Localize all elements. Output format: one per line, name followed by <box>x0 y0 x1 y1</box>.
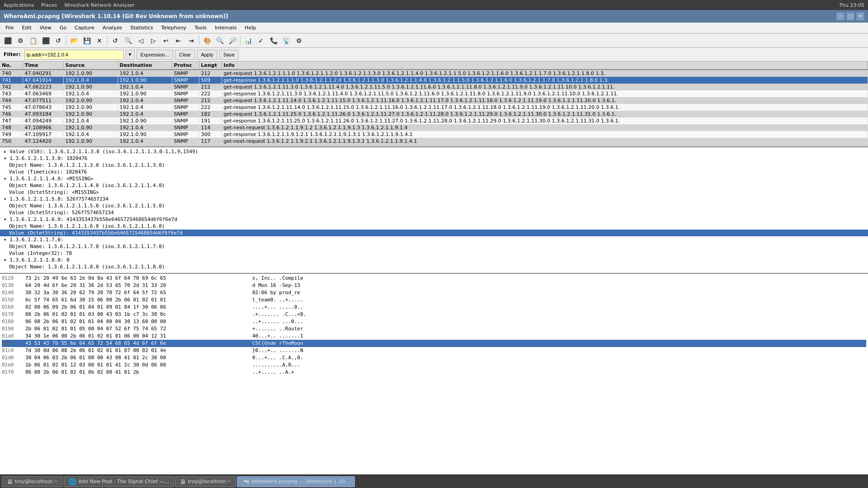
toolbar-stop-btn[interactable]: ⬛ <box>40 35 52 47</box>
hex-row[interactable]: 01902b 06 01 02 01 01 05 00 04 07 52 6f … <box>2 325 866 333</box>
hex-row[interactable]: 01b043 53 43 7b 55 6e 64 65 72 54 68 65 … <box>2 340 866 347</box>
table-row[interactable]: 747 47.094249 192.1.0.4 192.1.0.90 SNMP … <box>0 117 868 124</box>
menu-tools[interactable]: Tools <box>191 24 210 32</box>
packet-list[interactable]: No. Time Source Destination Protoc Lengt… <box>0 61 868 147</box>
taskbar-item-0[interactable]: 🖥 troy@localhost:~ <box>2 476 63 487</box>
clear-button[interactable]: Clear <box>175 50 195 60</box>
toolbar-zoom-in-btn[interactable]: 🔍 <box>214 35 226 47</box>
toolbar-restart-btn[interactable]: ↺ <box>52 35 64 47</box>
hex-row[interactable]: 01a034 30 1e 06 08 2b 06 01 02 01 01 06 … <box>2 333 866 340</box>
toolbar-start-btn[interactable]: ⚙ <box>14 35 26 47</box>
packet-detail[interactable]: ▸ Value (V10): 1.3.6.1.2.1.1.3.0 (iso.3.… <box>0 147 868 274</box>
table-row[interactable]: 741 47.041914 192.1.0.4 192.1.0.90 SNMP … <box>0 77 868 84</box>
hex-row[interactable]: 012073 2c 20 49 6e 63 2e 0d 0a 43 6f 64 … <box>2 275 866 282</box>
toolbar-graph-btn[interactable]: 📊 <box>242 35 254 47</box>
menu-capture[interactable]: Capture <box>71 24 98 32</box>
detail-line[interactable]: ▾ 1.3.6.1.2.1.1.4.0: <MISSING> <box>0 175 868 182</box>
menu-help[interactable]: Help <box>241 24 259 32</box>
filter-dropdown-button[interactable]: ▼ <box>126 50 135 60</box>
toolbar-zoom-out-btn[interactable]: 🔎 <box>226 35 238 47</box>
menu-go[interactable]: Go <box>56 24 70 32</box>
hex-ascii: 0...+... .C.A.,0. <box>252 354 866 361</box>
detail-line[interactable]: ▾ 1.3.6.1.2.1.1.3.0: 1820476 <box>0 155 868 162</box>
toolbar-checksum-btn[interactable]: ✓ <box>255 35 267 47</box>
hex-row[interactable]: 016002 00 06 09 2b 06 01 04 01 09 01 84 … <box>2 304 866 311</box>
hex-row[interactable]: 017008 2b 06 01 02 01 01 03 00 43 03 1b … <box>2 311 866 318</box>
detail-line[interactable]: Object Name: 1.3.6.1.2.1.1.5.0 (iso.3.6.… <box>0 202 868 209</box>
table-row[interactable]: 742 47.062223 192.1.0.90 192.1.0.4 SNMP … <box>0 84 868 90</box>
hex-dump[interactable]: 012073 2c 20 49 6e 63 2e 0d 0a 43 6f 64 … <box>0 274 868 477</box>
toolbar-save-btn[interactable]: 💾 <box>81 35 93 47</box>
hex-row[interactable]: 01506c 5f 74 65 61 6d 30 15 06 08 2b 06 … <box>2 296 866 304</box>
toolbar-open-btn[interactable]: 📂 <box>68 35 80 47</box>
filter-input[interactable] <box>24 50 124 60</box>
detail-line[interactable]: Value (Integer32): 78 <box>0 250 868 257</box>
detail-line[interactable]: Value (OctetString): 4143353437b556e6465… <box>0 230 868 236</box>
table-row[interactable]: 750 47.124420 192.1.0.90 192.1.0.4 SNMP … <box>0 138 868 145</box>
close-button[interactable]: ✕ <box>856 12 864 20</box>
toolbar-interface-btn[interactable]: ⬛ <box>2 35 14 47</box>
detail-line[interactable]: ▾ 1.3.6.1.2.1.1.7.0: <box>0 236 868 243</box>
table-row[interactable]: 748 47.108966 192.1.0.90 192.1.0.4 SNMP … <box>0 124 868 131</box>
detail-line[interactable]: Object Name: 1.3.6.1.2.1.1.3.0 (iso.3.6.… <box>0 162 868 169</box>
table-row[interactable]: 744 47.077511 192.1.0.90 192.1.0.4 SNMP … <box>0 97 868 104</box>
menu-view[interactable]: View <box>36 24 55 32</box>
toolbar-close-btn[interactable]: ✕ <box>94 35 105 47</box>
menu-edit[interactable]: Edit <box>18 24 35 32</box>
toolbar-settings-btn[interactable]: ⚙ <box>293 35 305 47</box>
table-row[interactable]: 740 47.040291 192.1.0.90 192.1.0.4 SNMP … <box>0 70 868 77</box>
toolbar-find-btn[interactable]: 🔍 <box>122 35 134 47</box>
menu-telephony[interactable]: Telephony <box>158 24 190 32</box>
toolbar-sep4 <box>240 36 241 46</box>
detail-line[interactable]: Object Name: 1.3.6.1.2.1.1.6.0 (iso.3.6.… <box>0 223 868 230</box>
toolbar-tel-btn[interactable]: 📞 <box>268 35 279 47</box>
hex-row[interactable]: 01e01b 06 01 02 01 12 03 00 01 01 41 2c … <box>2 361 866 369</box>
toolbar-filter-btn[interactable]: 📋 <box>27 35 39 47</box>
detail-line[interactable]: Value (Timeticks): 1820476 <box>0 169 868 175</box>
detail-line[interactable]: ▾ 1.3.6.1.2.1.1.5.0: 526f7574657234 <box>0 196 868 202</box>
hex-row[interactable]: 018006 08 2b 06 01 02 01 01 04 00 04 30 … <box>2 318 866 325</box>
menu-statistics[interactable]: Statistics <box>127 24 156 32</box>
applications-menu[interactable]: Applications <box>4 2 34 8</box>
save-button[interactable]: Save <box>219 50 239 60</box>
hex-row[interactable]: 013064 20 4d 6f 6e 20 31 36 2d 53 65 70 … <box>2 282 866 289</box>
detail-line[interactable]: ▾ 1.3.6.1.2.1.1.6.0: 4143353437b556e6465… <box>0 216 868 223</box>
hex-row[interactable]: 01c07d 30 0d 06 08 2b 06 01 02 01 01 07 … <box>2 347 866 354</box>
table-row[interactable]: 743 47.063469 192.1.0.4 192.1.0.90 SNMP … <box>0 90 868 97</box>
toolbar-goto-btn[interactable]: ↩ <box>160 35 172 47</box>
taskbar-item-2[interactable]: 🖥 troy@localhost:~ <box>175 476 236 487</box>
maximize-button[interactable]: □ <box>846 12 854 20</box>
menu-analyze[interactable]: Analyze <box>99 24 126 32</box>
expression-button[interactable]: Expression... <box>137 50 174 60</box>
toolbar-voip-btn[interactable]: 📡 <box>280 35 292 47</box>
taskbar-item-1[interactable]: 🌐 Add New Post · The Signal Chief —… <box>64 476 174 487</box>
detail-line[interactable]: Object Name: 1.3.6.1.2.1.1.8.0 (iso.3.6.… <box>0 263 868 270</box>
hex-row[interactable]: 01d030 04 06 03 2b 06 01 08 00 43 08 41 … <box>2 354 866 361</box>
detail-line[interactable]: ▸ Value (V10): 1.3.6.1.2.1.1.3.0 (iso.3.… <box>0 148 868 155</box>
detail-line[interactable]: ▾ 1.3.6.1.2.1.1.8.0: 0 <box>0 257 868 263</box>
toolbar-last-btn[interactable]: ⇥ <box>185 35 197 47</box>
taskbar-item-3[interactable]: 🦈 WhereAmI.pcapng — [Wireshark 1.10… <box>237 476 355 487</box>
detail-line[interactable]: Object Name: 1.3.6.1.2.1.1.4.0 (iso.3.6.… <box>0 182 868 189</box>
hex-row[interactable]: 014030 32 3a 30 36 20 62 79 20 70 72 6f … <box>2 289 866 296</box>
toolbar-first-btn[interactable]: ⇤ <box>173 35 184 47</box>
table-row[interactable]: 749 47.109917 192.1.0.4 192.1.0.90 SNMP … <box>0 131 868 138</box>
toolbar-colorize-btn[interactable]: 🎨 <box>201 35 213 47</box>
taskbar-icon-0: 🖥 <box>7 478 13 485</box>
toolbar-fwd-btn[interactable]: ▷ <box>147 35 159 47</box>
minimize-button[interactable]: ─ <box>836 12 844 20</box>
toolbar-back-btn[interactable]: ◁ <box>135 35 146 47</box>
apply-button[interactable]: Apply <box>197 50 217 60</box>
toolbar-reload-btn[interactable]: ↺ <box>109 35 121 47</box>
table-row[interactable]: 746 47.093184 192.1.0.90 192.1.0.4 SNMP … <box>0 111 868 117</box>
hex-row[interactable]: 01f006 08 2b 06 01 02 01 0b 02 00 41 01 … <box>2 369 866 376</box>
menu-internals[interactable]: Internals <box>211 24 240 32</box>
detail-line[interactable]: Object Name: 1.3.6.1.2.1.1.7.0 (iso.3.6.… <box>0 243 868 250</box>
detail-line[interactable]: Value (OctetString): 526f7574657234 <box>0 209 868 216</box>
table-row[interactable]: 745 47.078643 192.1.0.90 192.1.0.4 SNMP … <box>0 104 868 111</box>
hex-ascii: .+....... .C...<0. <box>252 311 866 318</box>
app-name-label: Wireshark Network Analyzer <box>64 2 135 8</box>
menu-file[interactable]: File <box>2 24 17 32</box>
places-menu[interactable]: Places <box>41 2 57 8</box>
detail-line[interactable]: Value (OctetString): <MISSING> <box>0 189 868 196</box>
